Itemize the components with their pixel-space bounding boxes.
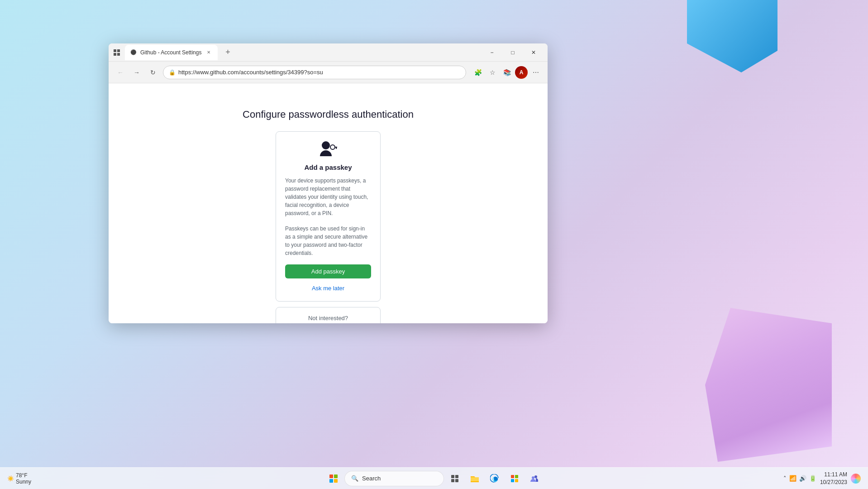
taskbar: ☀️ 78°F Sunny 🔍 Search xyxy=(0,467,868,489)
lock-icon: 🔒 xyxy=(169,69,176,76)
weather-info: 78°F Sunny xyxy=(16,472,31,485)
page-title: Configure passwordless authentication xyxy=(243,109,414,120)
svg-rect-1 xyxy=(117,49,120,52)
clock-time: 11:11 AM xyxy=(820,471,847,479)
back-button[interactable]: ← xyxy=(114,66,127,79)
windows-logo-icon xyxy=(329,475,338,483)
volume-icon[interactable]: 🔊 xyxy=(799,475,806,482)
passkey-card: Add a passkey Your device supports passk… xyxy=(276,131,381,302)
clock[interactable]: 11:11 AM 10/27/2023 xyxy=(820,471,847,486)
not-interested-card: Not interested? Don't ask again for this… xyxy=(276,307,381,323)
extensions-icon[interactable]: 🧩 xyxy=(472,66,484,79)
window-controls: − □ ✕ xyxy=(482,43,544,62)
more-options-icon[interactable]: ⋯ xyxy=(529,66,542,79)
passkey-card-title: Add a passkey xyxy=(285,163,371,171)
svg-rect-9 xyxy=(451,475,454,478)
weather-temp: 78°F xyxy=(16,472,31,479)
minimize-button[interactable]: − xyxy=(482,43,502,62)
passkey-description-1: Your device supports passkeys, a passwor… xyxy=(285,177,371,217)
profile-icon[interactable]: A xyxy=(515,66,528,79)
svg-rect-14 xyxy=(515,475,518,478)
svg-rect-13 xyxy=(511,475,514,478)
battery-icon[interactable]: 🔋 xyxy=(809,475,816,482)
collections-icon[interactable]: 📚 xyxy=(501,66,513,79)
page-content: Configure passwordless authentication Ad… xyxy=(109,83,548,323)
clock-date: 10/27/2023 xyxy=(820,479,847,486)
refresh-button[interactable]: ↻ xyxy=(147,66,159,79)
svg-point-5 xyxy=(322,141,330,149)
svg-rect-2 xyxy=(114,53,116,56)
tab-close-button[interactable]: ✕ xyxy=(205,49,212,56)
toolbar-icons: 🧩 ☆ 📚 A ⋯ xyxy=(472,66,542,79)
title-bar: ⚫ Github - Account Settings ✕ + − □ ✕ xyxy=(109,43,548,62)
taskbar-right: ˄ 📶 🔊 🔋 11:11 AM 10/27/2023 xyxy=(783,471,861,486)
ask-later-link[interactable]: Ask me later xyxy=(312,285,344,292)
svg-rect-3 xyxy=(117,53,120,56)
maximize-button[interactable]: □ xyxy=(502,43,523,62)
tab-title: Github - Account Settings xyxy=(140,49,201,56)
weather-widget[interactable]: ☀️ 78°F Sunny xyxy=(7,472,31,485)
passkey-icon xyxy=(285,141,371,159)
passkey-description-2: Passkeys can be used for sign-in as a si… xyxy=(285,225,371,257)
svg-point-18 xyxy=(532,476,534,479)
favorites-icon[interactable]: ☆ xyxy=(486,66,499,79)
svg-point-17 xyxy=(534,475,537,478)
active-tab[interactable]: ⚫ Github - Account Settings ✕ xyxy=(125,45,218,60)
svg-rect-15 xyxy=(511,479,514,482)
url-text: https://www.github.com/accounts/settings… xyxy=(178,69,323,76)
tab-strip: ⚫ Github - Account Settings ✕ + xyxy=(112,45,234,60)
search-bar[interactable]: 🔍 Search xyxy=(344,471,444,486)
bg-decoration-blue xyxy=(687,0,777,72)
url-bar[interactable]: 🔒 https://www.github.com/accounts/settin… xyxy=(163,66,466,79)
color-circle-icon[interactable] xyxy=(851,474,861,484)
weather-condition: Sunny xyxy=(16,479,31,485)
wifi-icon[interactable]: 📶 xyxy=(789,475,796,482)
svg-rect-0 xyxy=(114,49,116,52)
svg-rect-16 xyxy=(515,479,518,482)
svg-rect-10 xyxy=(455,475,458,478)
svg-point-6 xyxy=(330,145,335,149)
microsoft-store-button[interactable] xyxy=(506,470,524,488)
bg-decoration-purple xyxy=(705,308,832,462)
system-tray: ˄ 📶 🔊 🔋 xyxy=(783,475,816,482)
desktop: ⚫ Github - Account Settings ✕ + − □ ✕ ← … xyxy=(0,0,868,489)
close-button[interactable]: ✕ xyxy=(523,43,544,62)
svg-rect-12 xyxy=(455,479,458,482)
browser-window: ⚫ Github - Account Settings ✕ + − □ ✕ ← … xyxy=(109,43,548,323)
teams-button[interactable] xyxy=(525,470,544,488)
new-tab-button[interactable]: + xyxy=(221,46,234,59)
edge-browser-button[interactable] xyxy=(486,470,504,488)
not-interested-text: Not interested? xyxy=(285,315,371,321)
browser-logo-icon xyxy=(112,48,121,57)
address-bar: ← → ↻ 🔒 https://www.github.com/accounts/… xyxy=(109,62,548,83)
file-explorer-button[interactable] xyxy=(466,470,484,488)
search-icon: 🔍 xyxy=(351,475,358,482)
forward-button[interactable]: → xyxy=(130,66,143,79)
weather-icon: ☀️ xyxy=(7,475,14,482)
add-passkey-button[interactable]: Add passkey xyxy=(285,264,371,278)
task-view-button[interactable] xyxy=(446,470,464,488)
search-text: Search xyxy=(362,475,381,482)
chevron-icon[interactable]: ˄ xyxy=(783,475,787,482)
taskbar-center: 🔍 Search xyxy=(324,470,544,488)
start-button[interactable] xyxy=(324,470,343,488)
tab-favicon: ⚫ xyxy=(130,49,137,55)
svg-rect-11 xyxy=(451,479,454,482)
